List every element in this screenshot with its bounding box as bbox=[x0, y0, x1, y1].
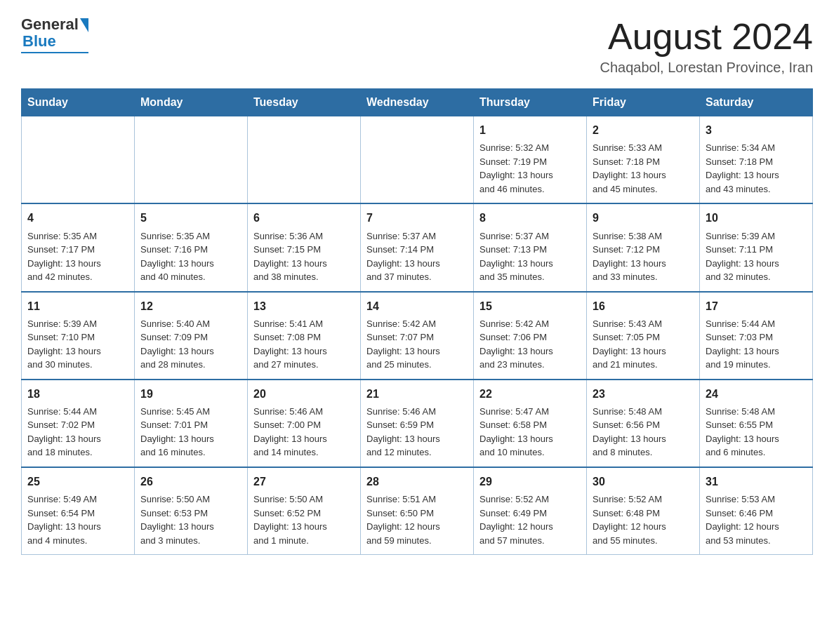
day-info: Sunrise: 5:51 AMSunset: 6:50 PMDaylight:… bbox=[366, 492, 468, 547]
day-number: 26 bbox=[140, 474, 241, 490]
day-number: 12 bbox=[140, 298, 241, 314]
day-info: Sunrise: 5:52 AMSunset: 6:49 PMDaylight:… bbox=[479, 492, 581, 547]
day-info: Sunrise: 5:47 AMSunset: 6:58 PMDaylight:… bbox=[479, 405, 581, 459]
calendar-cell bbox=[248, 116, 361, 204]
weekday-header-wednesday: Wednesday bbox=[361, 89, 474, 116]
calendar-cell: 25Sunrise: 5:49 AMSunset: 6:54 PMDayligh… bbox=[22, 467, 135, 555]
day-number: 25 bbox=[27, 474, 128, 490]
weekday-header-tuesday: Tuesday bbox=[248, 89, 361, 116]
day-number: 13 bbox=[253, 298, 355, 314]
day-info: Sunrise: 5:50 AMSunset: 6:52 PMDaylight:… bbox=[253, 492, 355, 547]
calendar-header-row: SundayMondayTuesdayWednesdayThursdayFrid… bbox=[22, 89, 813, 116]
calendar-cell: 27Sunrise: 5:50 AMSunset: 6:52 PMDayligh… bbox=[248, 467, 361, 555]
day-info: Sunrise: 5:44 AMSunset: 7:03 PMDaylight:… bbox=[706, 317, 807, 372]
logo: General Blue bbox=[21, 17, 88, 53]
calendar-cell: 30Sunrise: 5:52 AMSunset: 6:48 PMDayligh… bbox=[587, 467, 700, 555]
calendar-cell: 12Sunrise: 5:40 AMSunset: 7:09 PMDayligh… bbox=[135, 292, 248, 380]
calendar-cell: 13Sunrise: 5:41 AMSunset: 7:08 PMDayligh… bbox=[248, 292, 361, 380]
day-number: 15 bbox=[479, 298, 581, 314]
day-number: 21 bbox=[366, 386, 468, 402]
calendar-cell: 21Sunrise: 5:46 AMSunset: 6:59 PMDayligh… bbox=[361, 380, 474, 467]
day-number: 9 bbox=[593, 210, 694, 226]
calendar-cell: 5Sunrise: 5:35 AMSunset: 7:16 PMDaylight… bbox=[135, 203, 248, 291]
calendar-cell: 18Sunrise: 5:44 AMSunset: 7:02 PMDayligh… bbox=[22, 380, 135, 467]
day-number: 7 bbox=[366, 210, 468, 226]
calendar-cell: 22Sunrise: 5:47 AMSunset: 6:58 PMDayligh… bbox=[474, 380, 587, 467]
day-info: Sunrise: 5:33 AMSunset: 7:18 PMDaylight:… bbox=[593, 141, 694, 196]
day-number: 29 bbox=[479, 474, 581, 490]
day-number: 20 bbox=[253, 386, 355, 402]
day-number: 6 bbox=[253, 210, 355, 226]
title-area: August 2024 Chaqabol, Lorestan Province,… bbox=[600, 17, 813, 76]
day-info: Sunrise: 5:42 AMSunset: 7:07 PMDaylight:… bbox=[366, 317, 468, 372]
calendar-cell: 23Sunrise: 5:48 AMSunset: 6:56 PMDayligh… bbox=[587, 380, 700, 467]
day-info: Sunrise: 5:46 AMSunset: 6:59 PMDaylight:… bbox=[366, 405, 468, 459]
day-number: 3 bbox=[706, 122, 807, 138]
logo-arrow-icon bbox=[80, 18, 88, 32]
day-info: Sunrise: 5:36 AMSunset: 7:15 PMDaylight:… bbox=[253, 229, 355, 284]
day-info: Sunrise: 5:48 AMSunset: 6:55 PMDaylight:… bbox=[706, 405, 807, 459]
calendar-week-row: 4Sunrise: 5:35 AMSunset: 7:17 PMDaylight… bbox=[22, 203, 813, 291]
day-number: 28 bbox=[366, 474, 468, 490]
calendar-cell bbox=[135, 116, 248, 204]
day-info: Sunrise: 5:45 AMSunset: 7:01 PMDaylight:… bbox=[140, 405, 241, 459]
day-info: Sunrise: 5:50 AMSunset: 6:53 PMDaylight:… bbox=[140, 492, 241, 547]
day-number: 4 bbox=[27, 210, 128, 226]
day-number: 14 bbox=[366, 298, 468, 314]
day-info: Sunrise: 5:37 AMSunset: 7:14 PMDaylight:… bbox=[366, 229, 468, 284]
calendar-cell: 16Sunrise: 5:43 AMSunset: 7:05 PMDayligh… bbox=[587, 292, 700, 380]
day-number: 19 bbox=[140, 386, 241, 402]
day-info: Sunrise: 5:43 AMSunset: 7:05 PMDaylight:… bbox=[593, 317, 694, 372]
day-number: 24 bbox=[706, 386, 807, 402]
calendar-cell: 10Sunrise: 5:39 AMSunset: 7:11 PMDayligh… bbox=[700, 203, 813, 291]
day-info: Sunrise: 5:32 AMSunset: 7:19 PMDaylight:… bbox=[479, 141, 581, 196]
calendar-table: SundayMondayTuesdayWednesdayThursdayFrid… bbox=[21, 88, 813, 555]
day-number: 11 bbox=[27, 298, 128, 314]
day-number: 27 bbox=[253, 474, 355, 490]
day-info: Sunrise: 5:39 AMSunset: 7:11 PMDaylight:… bbox=[706, 229, 807, 284]
calendar-week-row: 1Sunrise: 5:32 AMSunset: 7:19 PMDaylight… bbox=[22, 116, 813, 204]
day-info: Sunrise: 5:35 AMSunset: 7:16 PMDaylight:… bbox=[140, 229, 241, 284]
calendar-cell: 11Sunrise: 5:39 AMSunset: 7:10 PMDayligh… bbox=[22, 292, 135, 380]
weekday-header-friday: Friday bbox=[587, 89, 700, 116]
calendar-cell: 26Sunrise: 5:50 AMSunset: 6:53 PMDayligh… bbox=[135, 467, 248, 555]
logo-general-text: General bbox=[21, 17, 79, 32]
day-info: Sunrise: 5:42 AMSunset: 7:06 PMDaylight:… bbox=[479, 317, 581, 372]
calendar-cell: 24Sunrise: 5:48 AMSunset: 6:55 PMDayligh… bbox=[700, 380, 813, 467]
day-number: 8 bbox=[479, 210, 581, 226]
logo-blue-text: Blue bbox=[22, 32, 56, 51]
calendar-week-row: 18Sunrise: 5:44 AMSunset: 7:02 PMDayligh… bbox=[22, 380, 813, 467]
day-number: 31 bbox=[706, 474, 807, 490]
day-info: Sunrise: 5:48 AMSunset: 6:56 PMDaylight:… bbox=[593, 405, 694, 459]
day-info: Sunrise: 5:44 AMSunset: 7:02 PMDaylight:… bbox=[27, 405, 128, 459]
calendar-cell: 20Sunrise: 5:46 AMSunset: 7:00 PMDayligh… bbox=[248, 380, 361, 467]
day-number: 2 bbox=[593, 122, 694, 138]
day-info: Sunrise: 5:40 AMSunset: 7:09 PMDaylight:… bbox=[140, 317, 241, 372]
day-info: Sunrise: 5:39 AMSunset: 7:10 PMDaylight:… bbox=[27, 317, 128, 372]
calendar-cell: 28Sunrise: 5:51 AMSunset: 6:50 PMDayligh… bbox=[361, 467, 474, 555]
calendar-cell: 3Sunrise: 5:34 AMSunset: 7:18 PMDaylight… bbox=[700, 116, 813, 204]
day-info: Sunrise: 5:46 AMSunset: 7:00 PMDaylight:… bbox=[253, 405, 355, 459]
day-info: Sunrise: 5:41 AMSunset: 7:08 PMDaylight:… bbox=[253, 317, 355, 372]
calendar-cell: 1Sunrise: 5:32 AMSunset: 7:19 PMDaylight… bbox=[474, 116, 587, 204]
day-info: Sunrise: 5:53 AMSunset: 6:46 PMDaylight:… bbox=[706, 492, 807, 547]
location-subtitle: Chaqabol, Lorestan Province, Iran bbox=[600, 60, 813, 76]
calendar-cell: 4Sunrise: 5:35 AMSunset: 7:17 PMDaylight… bbox=[22, 203, 135, 291]
day-number: 23 bbox=[593, 386, 694, 402]
calendar-cell bbox=[361, 116, 474, 204]
day-info: Sunrise: 5:52 AMSunset: 6:48 PMDaylight:… bbox=[593, 492, 694, 547]
logo-underline bbox=[21, 52, 88, 53]
day-number: 30 bbox=[593, 474, 694, 490]
day-info: Sunrise: 5:37 AMSunset: 7:13 PMDaylight:… bbox=[479, 229, 581, 284]
calendar-week-row: 11Sunrise: 5:39 AMSunset: 7:10 PMDayligh… bbox=[22, 292, 813, 380]
calendar-cell: 29Sunrise: 5:52 AMSunset: 6:49 PMDayligh… bbox=[474, 467, 587, 555]
day-number: 10 bbox=[706, 210, 807, 226]
calendar-cell: 15Sunrise: 5:42 AMSunset: 7:06 PMDayligh… bbox=[474, 292, 587, 380]
day-info: Sunrise: 5:38 AMSunset: 7:12 PMDaylight:… bbox=[593, 229, 694, 284]
day-info: Sunrise: 5:35 AMSunset: 7:17 PMDaylight:… bbox=[27, 229, 128, 284]
calendar-cell: 9Sunrise: 5:38 AMSunset: 7:12 PMDaylight… bbox=[587, 203, 700, 291]
calendar-cell: 8Sunrise: 5:37 AMSunset: 7:13 PMDaylight… bbox=[474, 203, 587, 291]
weekday-header-saturday: Saturday bbox=[700, 89, 813, 116]
day-number: 22 bbox=[479, 386, 581, 402]
month-title: August 2024 bbox=[600, 17, 813, 57]
